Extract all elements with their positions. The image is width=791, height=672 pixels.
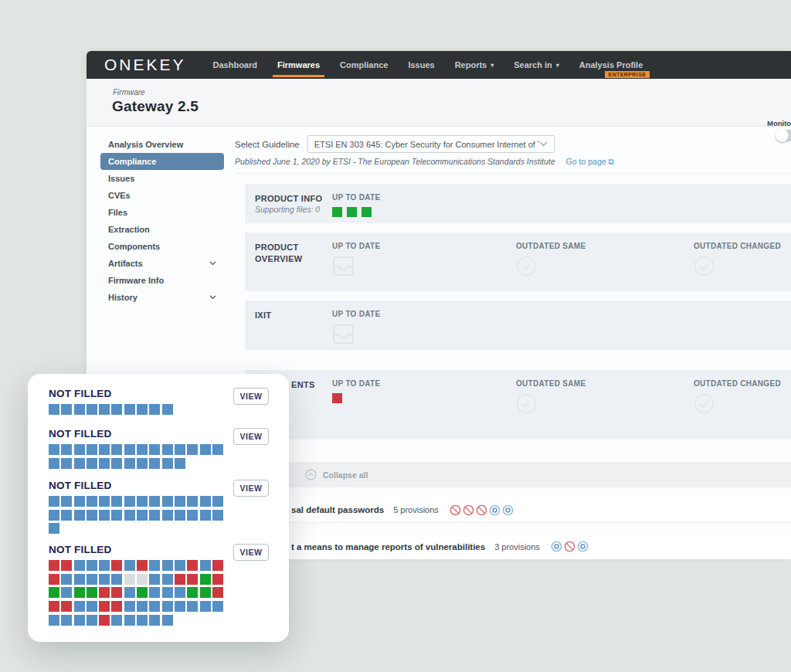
grid-square [87, 458, 97, 469]
provision-title: t a means to manage reports of vulnerabi… [291, 542, 485, 552]
status-column: OUTDATED SAME [516, 379, 586, 414]
status-column-header: OUTDATED CHANGED [694, 242, 781, 250]
nav-item-firmwares[interactable]: Firmwares [267, 51, 330, 79]
square-grid-row [49, 574, 269, 585]
guideline-select[interactable]: ETSI EN 303 645: Cyber Security for Cons… [307, 135, 555, 153]
nav-items: DashboardFirmwaresComplianceIssuesReport… [203, 51, 654, 79]
chevron-down-icon: ▾ [556, 62, 559, 69]
status-column-visual [694, 256, 781, 277]
grid-square [74, 601, 85, 612]
nav-item-compliance[interactable]: Compliance [330, 51, 398, 79]
view-button[interactable]: VIEW [233, 480, 269, 497]
status-column-header: UP TO DATE [332, 310, 380, 318]
square-grid-row [49, 615, 269, 626]
grid-square [87, 510, 97, 521]
grid-square [137, 560, 148, 571]
grid-square [212, 510, 223, 521]
sidebar-item-label: History [108, 293, 137, 302]
status-square [347, 207, 357, 217]
sidebar-item-files[interactable]: Files [100, 204, 224, 221]
nav-item-label: Firmwares [277, 60, 320, 70]
grid-square [74, 444, 85, 455]
grid-square [99, 510, 110, 521]
nav-item-dashboard[interactable]: Dashboard [203, 51, 267, 79]
grid-square [149, 458, 160, 469]
not-filled-overlay-card: NOT FILLEDVIEWNOT FILLEDVIEWNOT FILLEDVI… [28, 374, 289, 642]
grid-square [99, 444, 110, 455]
status-column: UP TO DATE [332, 242, 380, 277]
grid-square [87, 404, 97, 415]
check-circle-icon [694, 393, 715, 414]
status-card-ents: ENTSUP TO DATEOUTDATED SAMEOUTDATED CHAN… [245, 370, 791, 440]
monitor-toggle[interactable] [776, 130, 791, 141]
grid-square [61, 404, 72, 415]
grid-square [137, 496, 148, 507]
sidebar-item-label: Artifacts [108, 259, 143, 268]
grid-square [111, 510, 122, 521]
provision-row[interactable]: sal default passwords 5 provisions [245, 497, 791, 523]
eye-icon [577, 541, 589, 552]
view-button[interactable]: VIEW [233, 544, 269, 561]
provision-status-icons [450, 504, 514, 516]
grid-square [61, 510, 72, 521]
enterprise-badge: ENTERPRISE [605, 71, 650, 78]
provision-status-icons [551, 541, 589, 552]
grid-square [212, 444, 223, 455]
sidebar-item-compliance[interactable]: Compliance [100, 153, 224, 170]
eye-icon [489, 504, 501, 516]
grid-square [162, 510, 173, 521]
sidebar-item-artifacts[interactable]: Artifacts [100, 255, 224, 272]
grid-square [49, 560, 59, 571]
status-column: OUTDATED SAME [516, 242, 586, 277]
square-grid-row [49, 587, 269, 598]
view-button[interactable]: VIEW [233, 428, 269, 445]
onekey-logo[interactable]: ONEKEY [104, 56, 186, 74]
status-column: OUTDATED CHANGED [694, 379, 781, 414]
firmware-eyebrow: Firmware [113, 88, 145, 97]
provision-row[interactable]: t a means to manage reports of vulnerabi… [245, 534, 791, 559]
status-card-label: PRODUCT OVERVIEW [255, 242, 326, 265]
status-card-sublabel: Supporting files: 0 [255, 205, 320, 214]
grid-square [49, 587, 59, 598]
nav-item-search-in[interactable]: Search in▾ [504, 51, 569, 79]
grid-square [74, 458, 85, 469]
status-card-label: ENTS [291, 379, 315, 391]
sidebar-item-label: Firmware Info [108, 276, 164, 285]
grid-square [137, 510, 148, 521]
sidebar-item-history[interactable]: History [100, 289, 224, 306]
grid-square [200, 496, 211, 507]
grid-square [49, 496, 59, 507]
square-grid [49, 496, 269, 534]
grid-square [111, 404, 122, 415]
grid-square [175, 496, 185, 507]
sidebar-item-extraction[interactable]: Extraction [100, 221, 224, 238]
square-grid-row [49, 404, 269, 415]
nav-item-label: Analysis Profile [579, 60, 643, 70]
not-filled-section: NOT FILLEDVIEW [49, 428, 269, 471]
grid-square [149, 560, 160, 571]
grid-square [87, 574, 97, 585]
collapse-all-button[interactable]: Collapse all [245, 462, 791, 487]
grid-square [124, 444, 135, 455]
sidebar-item-components[interactable]: Components [100, 238, 224, 255]
go-to-page-link[interactable]: Go to page ⧉ [566, 157, 614, 166]
nav-item-analysis-profile[interactable]: Analysis ProfileENTERPRISE [569, 51, 654, 79]
nav-item-issues[interactable]: Issues [398, 51, 444, 79]
inbox-icon [332, 324, 355, 344]
grid-square [200, 510, 211, 521]
sidebar-item-cves[interactable]: CVEs [100, 187, 224, 204]
sidebar-item-analysis-overview[interactable]: Analysis Overview [100, 136, 224, 153]
status-column-header: UP TO DATE [332, 379, 380, 388]
view-button[interactable]: VIEW [233, 388, 269, 405]
nav-item-reports[interactable]: Reports▾ [445, 51, 504, 79]
grid-square [187, 601, 198, 612]
status-column: UP TO DATE [332, 310, 380, 344]
sidebar-item-issues[interactable]: Issues [100, 170, 224, 187]
grid-square [124, 574, 135, 585]
sidebar-item-firmware-info[interactable]: Firmware Info [100, 272, 224, 289]
status-column-header: UP TO DATE [332, 193, 380, 202]
status-card-ixit: IXITUP TO DATE [245, 300, 791, 350]
grid-square [49, 574, 59, 585]
grid-square [162, 444, 173, 455]
grid-square [61, 601, 72, 612]
